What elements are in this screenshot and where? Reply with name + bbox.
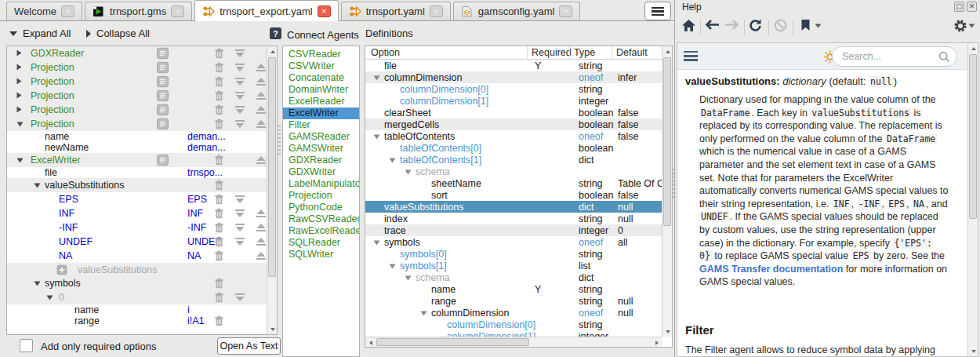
trash-icon[interactable] xyxy=(212,292,225,303)
tab-trnsport.yaml[interactable]: trnsport.yaml× xyxy=(341,2,451,20)
tree-row[interactable]: 0 xyxy=(7,290,267,304)
agent-item-ExcelWriter[interactable]: ExcelWriter xyxy=(283,107,359,119)
option-row[interactable]: clearSheetbooleanfalse xyxy=(365,107,663,118)
doc-menu-icon[interactable] xyxy=(684,51,698,61)
collapse-arrow-icon[interactable] xyxy=(34,180,41,191)
up-icon[interactable] xyxy=(255,106,267,115)
float-panel-icon[interactable]: ▢ xyxy=(954,2,964,12)
tree-row[interactable]: Projection xyxy=(7,75,267,89)
note-icon[interactable] xyxy=(156,48,169,60)
tree-row[interactable]: rangei!A1 xyxy=(7,315,267,326)
tree-row[interactable]: Projection xyxy=(7,89,267,103)
editor-menu-button[interactable] xyxy=(644,2,671,20)
option-row[interactable]: columnDimension[1]integer xyxy=(365,95,663,107)
up-icon[interactable] xyxy=(255,64,267,72)
trash-icon[interactable] xyxy=(212,118,225,129)
tab-close-icon[interactable]: × xyxy=(318,5,331,17)
tree-row[interactable]: Projection xyxy=(7,117,267,131)
tree-row[interactable]: Projection xyxy=(7,60,267,75)
option-row[interactable]: schema xyxy=(365,166,663,177)
option-row[interactable]: tableOfContentsoneoffalse xyxy=(365,130,663,142)
tab-close-icon[interactable]: × xyxy=(430,5,443,17)
option-row[interactable]: valueSubstitutionsdictnull xyxy=(365,201,663,213)
up-icon[interactable] xyxy=(255,78,267,86)
note-icon[interactable] xyxy=(156,118,169,130)
collapse-arrow-icon[interactable] xyxy=(16,118,24,129)
down-icon[interactable] xyxy=(234,78,246,86)
option-row[interactable]: tableOfContents[0]boolean xyxy=(365,142,663,154)
agent-item-LabelManipulator[interactable]: LabelManipulator xyxy=(283,178,359,190)
search-icon[interactable] xyxy=(938,51,950,66)
collapse-arrow-icon[interactable] xyxy=(405,166,412,177)
expand-arrow-icon[interactable] xyxy=(16,62,22,73)
tree-row[interactable]: Projection xyxy=(7,103,267,117)
doc-search-box[interactable] xyxy=(832,46,957,67)
down-icon[interactable] xyxy=(234,49,246,58)
up-icon[interactable] xyxy=(255,156,267,165)
down-icon[interactable] xyxy=(234,293,246,302)
collapse-arrow-icon[interactable] xyxy=(46,292,53,303)
down-icon[interactable] xyxy=(234,195,246,204)
agent-item-RawCSVReader[interactable]: RawCSVReader xyxy=(283,213,359,225)
tab-close-icon[interactable]: × xyxy=(559,5,572,17)
collapse-arrow-icon[interactable] xyxy=(373,131,380,142)
agent-item-Projection[interactable]: Projection xyxy=(283,190,359,202)
tree-row-value[interactable]: i!A1 xyxy=(187,315,205,326)
tree-row[interactable]: GDXReader xyxy=(7,46,267,60)
forward-icon[interactable] xyxy=(724,19,739,31)
trash-icon[interactable] xyxy=(212,194,225,205)
agent-item-SQLWriter[interactable]: SQLWriter xyxy=(283,249,359,260)
expand-arrow-icon[interactable] xyxy=(16,76,22,87)
help-scrollbar[interactable] xyxy=(967,43,978,356)
settings-gear-icon[interactable] xyxy=(953,19,967,33)
tree-row-value[interactable]: i xyxy=(187,304,190,315)
tree-row-value[interactable]: deman... xyxy=(187,142,226,153)
required-only-checkbox[interactable] xyxy=(20,339,33,352)
up-icon[interactable] xyxy=(255,238,267,246)
close-panel-icon[interactable]: ✕ xyxy=(967,2,977,12)
down-icon[interactable] xyxy=(234,238,246,246)
trash-icon[interactable] xyxy=(212,62,225,73)
trash-icon[interactable] xyxy=(212,315,225,326)
tab-gamsconfig.yaml[interactable]: gamsconfig.yaml× xyxy=(453,2,581,20)
column-header-default[interactable]: Default xyxy=(616,47,648,58)
trash-icon[interactable] xyxy=(212,180,225,191)
agent-item-SQLReader[interactable]: SQLReader xyxy=(283,237,359,249)
option-row[interactable]: mergedCellsbooleanfalse xyxy=(365,118,663,130)
expand-arrow-icon[interactable] xyxy=(16,48,22,59)
up-icon[interactable] xyxy=(255,92,267,100)
options-hscrollbar[interactable] xyxy=(365,337,662,347)
collapse-arrow-icon[interactable] xyxy=(16,155,24,166)
open-as-text-button[interactable]: Open As Text xyxy=(217,337,281,355)
bookmark-icon[interactable] xyxy=(800,19,811,31)
tab-trnsport.gms[interactable]: trnsport.gms× xyxy=(85,2,192,20)
tree-row[interactable]: valueSubstitutions xyxy=(7,263,267,276)
stop-icon[interactable] xyxy=(774,19,787,32)
up-icon[interactable] xyxy=(255,252,267,260)
trash-icon[interactable] xyxy=(212,155,225,166)
option-row[interactable]: columnDimensiononeofinfer xyxy=(365,71,663,83)
trash-icon[interactable] xyxy=(212,250,225,261)
trash-icon[interactable] xyxy=(212,104,225,115)
splitter-handle[interactable] xyxy=(278,126,281,157)
collapse-arrow-icon[interactable] xyxy=(420,308,427,319)
column-header-option[interactable]: Option xyxy=(371,47,400,58)
tree-row[interactable]: UNDEFUNDEF xyxy=(7,235,267,249)
collapse-arrow-icon[interactable] xyxy=(34,278,41,289)
expand-all-button[interactable]: Expand All xyxy=(9,27,71,39)
home-icon[interactable] xyxy=(681,19,696,32)
down-icon[interactable] xyxy=(234,120,246,129)
tree-row[interactable]: valueSubstitutions xyxy=(7,178,267,192)
note-icon[interactable] xyxy=(156,155,169,166)
trash-icon[interactable] xyxy=(212,278,225,289)
option-row[interactable]: sheetNamestringTable Of Contents xyxy=(365,177,663,189)
trash-icon[interactable] xyxy=(212,208,225,219)
tree-row[interactable]: INFINF xyxy=(7,206,267,220)
agent-item-GDXWriter[interactable]: GDXWriter xyxy=(283,166,359,178)
note-icon[interactable] xyxy=(156,104,169,116)
option-row[interactable]: columnDimensiononeofnull xyxy=(365,307,663,319)
gams-transfer-doc-link[interactable]: GAMS Transfer documentation xyxy=(699,264,843,275)
tree-row-value[interactable]: INF xyxy=(187,208,203,219)
agent-item-PythonCode[interactable]: PythonCode xyxy=(283,202,359,213)
tree-row[interactable]: filetrnspo... xyxy=(7,167,267,178)
